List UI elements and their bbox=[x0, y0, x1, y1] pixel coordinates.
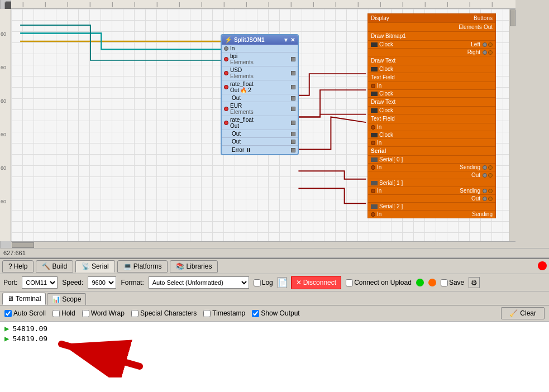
clock-port-5[interactable] bbox=[371, 133, 378, 137]
platforms-icon: 💻 bbox=[123, 262, 132, 270]
timestamp-checkbox[interactable] bbox=[203, 310, 211, 317]
out2-label: Out bbox=[232, 131, 241, 137]
help-tab-btn[interactable]: ? Help bbox=[2, 260, 34, 273]
serial2-label: Serial[ 2 ] bbox=[379, 203, 403, 209]
speed-select[interactable]: 9600 bbox=[88, 276, 116, 289]
hold-checkbox[interactable] bbox=[52, 310, 60, 317]
in-port-2[interactable] bbox=[371, 125, 375, 130]
serial1-in-port[interactable] bbox=[371, 189, 375, 193]
in-port-left[interactable] bbox=[224, 46, 228, 51]
bottom-panel: ? Help 🔨 Build 📡 Serial 💻 Platforms 📚 Li… bbox=[0, 258, 549, 392]
draw-text-2-label: Draw Text bbox=[371, 99, 395, 105]
terminal-tab[interactable]: 🖥 Terminal bbox=[2, 293, 46, 305]
out2-port[interactable] bbox=[291, 132, 295, 136]
rate-float-1-label: rate_float bbox=[230, 81, 254, 87]
error-port[interactable] bbox=[291, 148, 295, 152]
serial2-in-port[interactable] bbox=[371, 212, 375, 217]
app-container: | | | | | | | | | | | | | | | | | | | | … bbox=[0, 0, 549, 392]
bpi-port bbox=[224, 57, 228, 61]
in-port-3[interactable] bbox=[371, 141, 375, 145]
special-chars-checkbox[interactable] bbox=[131, 310, 139, 317]
clear-button[interactable]: 🧹 Clear bbox=[501, 307, 545, 319]
platforms-label: Platforms bbox=[133, 262, 162, 270]
close-btn[interactable] bbox=[538, 261, 547, 270]
auto-scroll-label: Auto Scroll bbox=[4, 309, 46, 317]
clock-port-3[interactable] bbox=[371, 92, 378, 96]
elements-out-label: Elements bbox=[459, 24, 482, 30]
serial2-in-label: In bbox=[377, 211, 381, 217]
text-field-2-label: Text Field bbox=[371, 116, 395, 122]
serial1-in-label: In bbox=[377, 188, 381, 194]
libraries-tab-btn[interactable]: 📚 Libraries bbox=[170, 260, 218, 273]
disconnect-btn[interactable]: ✕ Disconnect bbox=[291, 276, 341, 289]
node-options-icon[interactable]: ▼ bbox=[283, 37, 289, 43]
rate-float-2-out-port[interactable] bbox=[291, 121, 295, 125]
right-port-2[interactable] bbox=[488, 50, 493, 55]
save-checkbox[interactable] bbox=[441, 279, 448, 286]
horizontal-scrollbar[interactable] bbox=[11, 241, 515, 248]
node-close-icon[interactable]: ✕ bbox=[290, 37, 295, 43]
scope-tab-icon: 📊 bbox=[52, 295, 60, 303]
serial1-sending-port2[interactable] bbox=[488, 189, 493, 193]
clock-label-5: Clock bbox=[379, 132, 393, 138]
serial1-out-port2[interactable] bbox=[488, 197, 493, 201]
rate-float-2-port bbox=[224, 121, 228, 125]
serial0-out-port[interactable] bbox=[483, 173, 487, 178]
bpi-out-port[interactable] bbox=[291, 57, 295, 61]
port-select[interactable]: COM11 bbox=[22, 276, 58, 289]
terminal-output[interactable]: ▶ 54819.09 ▶ 54819.09 bbox=[0, 322, 549, 392]
serial-tab-btn[interactable]: 📡 Serial bbox=[75, 260, 115, 273]
serial0-out-port2[interactable] bbox=[488, 173, 493, 178]
serial0-in-label: In bbox=[377, 164, 381, 170]
eur-sublabel: Elements bbox=[230, 109, 254, 115]
serial1-out-port[interactable] bbox=[483, 197, 487, 201]
scrollbar-thumb-h[interactable] bbox=[12, 242, 34, 248]
clock-port-2[interactable] bbox=[371, 67, 378, 71]
word-wrap-checkbox[interactable] bbox=[82, 310, 89, 317]
build-icon: 🔨 bbox=[42, 262, 50, 270]
platforms-tab-btn[interactable]: 💻 Platforms bbox=[117, 260, 168, 273]
scope-tab-label: Scope bbox=[62, 295, 81, 303]
special-chars-label: Special Characters bbox=[131, 309, 197, 317]
right-port[interactable] bbox=[483, 50, 487, 55]
eur-out-port[interactable] bbox=[291, 107, 295, 111]
out1-port[interactable] bbox=[291, 96, 295, 101]
vertical-scrollbar[interactable] bbox=[509, 9, 515, 241]
main-canvas[interactable]: ⚡ SplitJSON1 ▼ ✕ In bpi Elements bbox=[11, 9, 515, 241]
rate-float-1-out-port[interactable] bbox=[291, 85, 295, 89]
log-file-btn[interactable]: 📄 bbox=[278, 277, 287, 288]
serial0-sending-port[interactable] bbox=[483, 165, 487, 170]
connect-on-upload-label: Connect on Upload bbox=[346, 279, 412, 286]
serial0-in-port[interactable] bbox=[371, 165, 375, 170]
clock-port-4[interactable] bbox=[371, 108, 378, 113]
clear-icon: 🧹 bbox=[509, 309, 518, 317]
format-select[interactable]: Auto Select (Unformatted) bbox=[149, 276, 249, 289]
usd-label: USD bbox=[230, 67, 254, 73]
out3-port[interactable] bbox=[291, 140, 295, 144]
clock-label-4: Clock bbox=[379, 107, 393, 113]
in-port-1[interactable] bbox=[371, 84, 375, 88]
usd-out-port[interactable] bbox=[291, 71, 295, 75]
terminal-line-value-0: 54819.09 bbox=[12, 324, 47, 333]
log-checkbox[interactable] bbox=[254, 279, 261, 286]
build-tab-btn[interactable]: 🔨 Build bbox=[36, 260, 73, 273]
settings-btn[interactable]: ⚙ bbox=[469, 277, 480, 288]
libraries-icon: 📚 bbox=[176, 262, 184, 270]
disconnect-label: Disconnect bbox=[303, 279, 336, 286]
left-port-2[interactable] bbox=[488, 42, 493, 47]
eur-port bbox=[224, 107, 228, 111]
serial0-sending-port2[interactable] bbox=[488, 165, 493, 170]
serial1-icon bbox=[371, 181, 378, 185]
connect-on-upload-checkbox[interactable] bbox=[346, 279, 353, 286]
scope-tab[interactable]: 📊 Scope bbox=[47, 293, 86, 305]
splitjson-icon: ⚡ bbox=[225, 36, 232, 44]
auto-scroll-checkbox[interactable] bbox=[4, 310, 12, 317]
right-label: Right bbox=[467, 49, 480, 55]
left-port[interactable] bbox=[483, 42, 487, 47]
scrollbar-thumb-v[interactable] bbox=[510, 9, 515, 26]
node-splitjson[interactable]: ⚡ SplitJSON1 ▼ ✕ In bpi Elements bbox=[221, 34, 299, 155]
serial1-sending-port[interactable] bbox=[483, 189, 487, 193]
clock-port-1[interactable] bbox=[371, 42, 378, 47]
error-label: Error bbox=[232, 147, 244, 153]
show-output-checkbox[interactable] bbox=[252, 310, 259, 317]
